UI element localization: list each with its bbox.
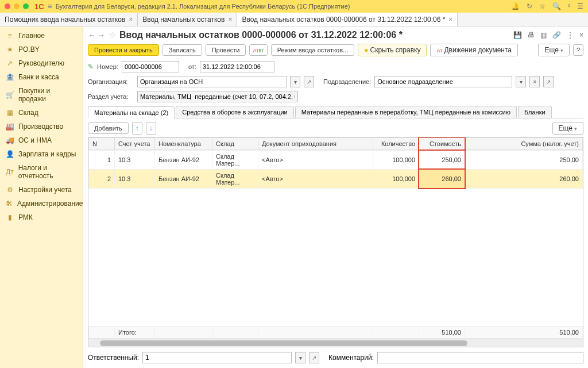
org-input[interactable]: [137, 76, 287, 87]
responsible-label: Ответственный:: [88, 354, 139, 362]
star-icon[interactable]: ☆: [539, 2, 546, 10]
sidebar-item-label: Банк и касса: [18, 73, 59, 81]
back-arrow-icon[interactable]: ←: [88, 30, 96, 40]
register-icon: ▮: [6, 213, 14, 221]
print-icon[interactable]: 🖶: [528, 31, 535, 39]
move-down-button[interactable]: ↓: [146, 122, 156, 135]
dropdown-icon[interactable]: ▾: [295, 352, 305, 363]
doc-tab-materials[interactable]: Материалы на складе (2): [88, 106, 175, 118]
close-icon[interactable]: ×: [448, 16, 452, 24]
hide-help-button[interactable]: ● Скрыть справку: [358, 44, 427, 56]
col-cost[interactable]: Стоимость: [419, 138, 465, 150]
doc-tab-inuse[interactable]: Средства в обороте в эксплуатации: [176, 106, 294, 118]
sidebar-item-salary[interactable]: 👤Зарплата и кадры: [0, 147, 83, 161]
sidebar-item-assets[interactable]: 🚚ОС и НМА: [0, 133, 83, 147]
tax-icon: Дт: [6, 168, 14, 176]
responsible-input[interactable]: [142, 352, 292, 363]
sidebar-item-bank[interactable]: 🏦Банк и касса: [0, 70, 83, 84]
minimize-window-icon[interactable]: [14, 3, 20, 9]
sidebar-item-settings[interactable]: ⚙Настройки учета: [0, 183, 83, 197]
sidebar-item-manager[interactable]: ↗Руководителю: [0, 56, 83, 70]
more-label: Еще: [544, 46, 558, 54]
col-sum-tax[interactable]: Сумма (налог. учет): [465, 138, 583, 150]
number-input[interactable]: [122, 61, 179, 72]
link-icon[interactable]: 🔗: [552, 31, 561, 39]
sidebar-item-label: Настройки учета: [18, 186, 72, 194]
table-row[interactable]: 2 10.3 Бензин АИ-92 Склад Матер... <Авто…: [89, 170, 583, 189]
dtkt-icon-button[interactable]: АтКт: [249, 44, 267, 56]
close-doc-icon[interactable]: ×: [579, 31, 583, 39]
app-logo-icon: 1C: [34, 2, 44, 11]
close-icon[interactable]: ×: [228, 16, 232, 24]
table-row[interactable]: 1 10.3 Бензин АИ-92 Склад Матер... <Авто…: [89, 151, 583, 170]
table-header-row: N Счет учета Номенклатура Склад Документ…: [89, 138, 583, 150]
sidebar-item-label: Налоги и отчетность: [18, 164, 77, 180]
cell-account: 10.3: [115, 151, 155, 170]
open-ref-icon[interactable]: ↗: [304, 76, 314, 87]
col-n[interactable]: N: [89, 138, 115, 150]
sidebar-item-rmk[interactable]: ▮РМК: [0, 210, 83, 224]
favorite-star-icon[interactable]: ☆: [109, 30, 116, 40]
help-button[interactable]: ?: [573, 44, 583, 56]
maximize-window-icon[interactable]: [23, 3, 29, 9]
sidebar-item-admin[interactable]: 🛠Администрирование: [0, 197, 83, 210]
open-ref-icon[interactable]: ↗: [309, 352, 319, 363]
col-account[interactable]: Счет учета: [115, 138, 155, 150]
horizontal-scrollbar[interactable]: [88, 339, 583, 347]
sidebar-item-sales[interactable]: 🛒Покупки и продажи: [0, 84, 83, 106]
sidebar-item-label: Производство: [18, 122, 63, 131]
search-icon[interactable]: 🔍: [552, 2, 561, 10]
doc-tab-blanks[interactable]: Бланки: [518, 106, 552, 118]
add-button[interactable]: Добавить: [88, 122, 129, 134]
comment-input[interactable]: [377, 352, 583, 363]
tab-document[interactable]: Ввод начальных остатков 0000-000006 от 3…: [237, 13, 458, 26]
tab-label: Ввод начальных остатков 0000-000006 от 3…: [242, 16, 445, 24]
totals-sum-tax: 510,00: [465, 327, 583, 339]
forward-arrow-icon[interactable]: →: [97, 30, 105, 40]
cell-receipt: <Авто>: [258, 151, 373, 170]
user-icon[interactable]: ¹: [568, 2, 570, 10]
tab-list[interactable]: Ввод начальных остатков ×: [138, 13, 237, 26]
tools-icon: 🛠: [6, 200, 13, 208]
sidebar-item-warehouse[interactable]: ▦Склад: [0, 106, 83, 120]
col-nomenclature[interactable]: Номенклатура: [155, 138, 212, 150]
movements-button[interactable]: Ат Движения документа: [430, 44, 518, 56]
close-window-icon[interactable]: [5, 3, 10, 9]
sidebar-item-taxes[interactable]: ДтНалоги и отчетность: [0, 161, 83, 183]
close-icon[interactable]: ×: [129, 16, 133, 24]
cart-icon: 🛒: [6, 91, 14, 99]
menu-icon[interactable]: ☰: [577, 2, 583, 10]
col-receipt[interactable]: Документ оприходования: [258, 138, 373, 150]
cell-cost: 250,00: [419, 151, 465, 170]
subdiv-input[interactable]: [374, 76, 512, 87]
open-ref-icon[interactable]: ↗: [543, 76, 554, 87]
table-more-button[interactable]: Еще▾: [552, 122, 583, 135]
sidebar-item-main[interactable]: ≡Главное: [0, 29, 83, 43]
move-up-button[interactable]: ↑: [132, 122, 142, 135]
sidebar: ≡Главное ★PO.BY ↗Руководителю 🏦Банк и ка…: [0, 26, 83, 368]
write-button[interactable]: Записать: [163, 44, 202, 56]
tab-assistant[interactable]: Помощник ввода начальных остатков ×: [0, 13, 138, 26]
dropdown-icon[interactable]: ▾: [290, 76, 300, 87]
dropdown-icon[interactable]: ▾: [516, 76, 526, 87]
hamburger-icon[interactable]: ≡: [48, 2, 52, 11]
col-qty[interactable]: Количество: [373, 138, 419, 150]
save-icon[interactable]: 💾: [513, 31, 522, 39]
chart-icon: ↗: [6, 59, 14, 67]
history-icon[interactable]: ↻: [527, 2, 532, 10]
clear-icon[interactable]: ×: [529, 76, 540, 87]
pin-icon[interactable]: ✎: [88, 63, 94, 71]
mode-button[interactable]: Режим ввода остатков...: [271, 44, 355, 56]
bell-icon[interactable]: 🔔: [511, 2, 520, 10]
doc-tab-transferred[interactable]: Материалы переданные в переработку, ТМЦ …: [295, 106, 517, 118]
col-warehouse[interactable]: Склад: [212, 138, 258, 150]
sidebar-item-production[interactable]: 🏭Производство: [0, 120, 83, 133]
more-vert-icon[interactable]: ⋮: [567, 31, 574, 39]
post-button[interactable]: Провести: [206, 44, 246, 56]
cell-nomenclature: Бензин АИ-92: [155, 151, 212, 170]
post-and-close-button[interactable]: Провести и закрыть: [88, 44, 159, 56]
sidebar-item-poby[interactable]: ★PO.BY: [0, 43, 83, 56]
date-input[interactable]: [200, 61, 274, 72]
report-icon[interactable]: ▥: [540, 31, 547, 39]
more-button[interactable]: Еще▾: [538, 44, 569, 56]
